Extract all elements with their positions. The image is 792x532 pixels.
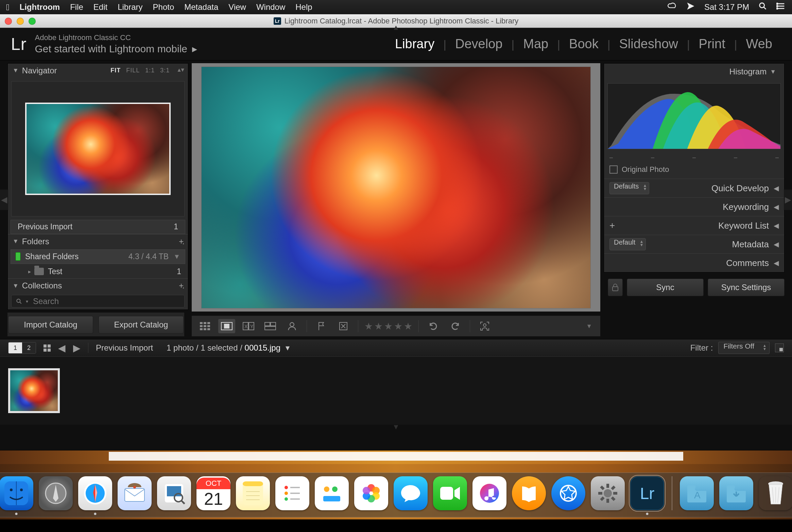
- grid-view-button[interactable]: [196, 319, 213, 333]
- keywording-chevron-icon[interactable]: ◀: [774, 203, 779, 211]
- sync-settings-button[interactable]: Sync Settings: [708, 279, 785, 296]
- keyword-list-header[interactable]: + Keyword List ◀: [604, 216, 784, 235]
- window-minimize-button[interactable]: [17, 18, 24, 25]
- histogram[interactable]: [607, 83, 781, 149]
- keyword-list-add-icon[interactable]: +: [609, 220, 615, 231]
- module-slideshow[interactable]: Slideshow: [610, 37, 687, 51]
- filmstrip-filter-lock-icon[interactable]: [775, 343, 784, 352]
- dock-applications-folder[interactable]: A: [680, 476, 714, 510]
- filmstrip[interactable]: [0, 356, 792, 425]
- dock-calendar[interactable]: OCT 21: [196, 476, 230, 510]
- quick-develop-chevron-icon[interactable]: ◀: [774, 184, 779, 192]
- sync-button[interactable]: Sync: [627, 279, 704, 296]
- window-zoom-button[interactable]: [29, 18, 36, 25]
- go-forward-button[interactable]: ▶: [73, 342, 81, 354]
- module-book[interactable]: Book: [560, 37, 607, 51]
- volume-row[interactable]: Shared Folders 4.3 / 4.4 TB ▼: [11, 249, 185, 264]
- dock-itunes[interactable]: [472, 476, 506, 510]
- export-catalog-button[interactable]: Export Catalog: [99, 316, 184, 334]
- quick-develop-preset-dropdown[interactable]: Defaults▲▼: [609, 182, 649, 194]
- original-photo-checkbox[interactable]: [609, 165, 618, 174]
- dock-appstore[interactable]: [551, 476, 585, 510]
- star-rating[interactable]: ★★★★★: [364, 321, 412, 332]
- import-catalog-button[interactable]: Import Catalog: [8, 316, 93, 334]
- module-web[interactable]: Web: [737, 37, 781, 51]
- dock-generic-app[interactable]: [315, 476, 349, 510]
- right-panel-collapse-icon[interactable]: ▶: [784, 190, 792, 210]
- zoom-stepper-icon[interactable]: ▲▼: [176, 67, 183, 74]
- zoom-fit[interactable]: FIT: [110, 67, 121, 74]
- menu-help[interactable]: Help: [295, 2, 312, 12]
- module-develop[interactable]: Develop: [446, 37, 511, 51]
- sync-lock-button[interactable]: [608, 279, 623, 296]
- comments-chevron-icon[interactable]: ◀: [774, 259, 779, 267]
- keyword-list-chevron-icon[interactable]: ◀: [774, 221, 779, 230]
- dock-lightroom[interactable]: Lr: [630, 476, 664, 510]
- loupe-view-button[interactable]: [218, 319, 235, 333]
- flag-reject-button[interactable]: [335, 319, 352, 333]
- dock-downloads-folder[interactable]: [719, 476, 753, 510]
- comments-header[interactable]: Comments ◀: [604, 253, 784, 272]
- filmstrip-thumbnail[interactable]: [8, 368, 60, 413]
- zoom-fill[interactable]: FILL: [126, 67, 140, 74]
- search-scope-dropdown-icon[interactable]: ▾: [26, 299, 28, 304]
- go-back-button[interactable]: ◀: [58, 342, 66, 354]
- menu-file[interactable]: File: [70, 2, 83, 12]
- navigator-header[interactable]: ▼ Navigator FIT FILL 1:1 3:1 ▲▼: [8, 64, 188, 78]
- collections-disclosure-icon[interactable]: ▼: [13, 282, 19, 289]
- filmstrip-source[interactable]: Previous Import: [96, 343, 153, 352]
- dock-notes[interactable]: [236, 476, 270, 510]
- mobile-cta-arrow-icon[interactable]: ▸: [192, 42, 197, 55]
- dock-system-preferences[interactable]: [591, 476, 625, 510]
- metadata-preset-dropdown[interactable]: Default▲▼: [609, 238, 646, 250]
- menu-window[interactable]: Window: [256, 2, 285, 12]
- secondary-display-toggle[interactable]: 1 2: [8, 342, 36, 354]
- module-library[interactable]: Library: [386, 37, 443, 51]
- folder-row[interactable]: ▸ Test 1: [8, 265, 188, 278]
- menu-view[interactable]: View: [228, 2, 246, 12]
- module-map[interactable]: Map: [514, 37, 557, 51]
- spotlight-icon[interactable]: [758, 1, 768, 13]
- mobile-cta-link[interactable]: Get started with Lightroom mobile: [35, 42, 187, 55]
- catalog-previous-import-row[interactable]: Previous Import 1: [11, 220, 185, 234]
- left-panel-collapse-icon[interactable]: ◀: [0, 190, 8, 210]
- menubar-clock[interactable]: Sat 3:17 PM: [704, 2, 749, 12]
- module-print[interactable]: Print: [690, 37, 734, 51]
- rotate-cw-button[interactable]: [447, 319, 464, 333]
- notification-center-icon[interactable]: [776, 1, 786, 13]
- dock-facetime[interactable]: [433, 476, 467, 510]
- dock-mail[interactable]: [118, 476, 152, 510]
- flag-pick-button[interactable]: [313, 319, 330, 333]
- navigator-preview[interactable]: [11, 81, 185, 216]
- survey-view-button[interactable]: [262, 319, 279, 333]
- secondary-display-button[interactable]: 2: [22, 342, 36, 353]
- volume-chevron-icon[interactable]: ▼: [173, 253, 180, 261]
- toolbar-options-dropdown[interactable]: ▼: [583, 323, 596, 330]
- metadata-header[interactable]: Default▲▼ Metadata ◀: [604, 235, 784, 253]
- metadata-chevron-icon[interactable]: ◀: [774, 240, 779, 248]
- keywording-header[interactable]: Keywording ◀: [604, 197, 784, 216]
- folders-add-icon[interactable]: +.: [179, 237, 183, 246]
- navigator-disclosure-icon[interactable]: ▼: [13, 67, 19, 74]
- rotate-ccw-button[interactable]: [425, 319, 442, 333]
- dock-finder[interactable]: [0, 476, 33, 510]
- menu-app-name[interactable]: Lightroom: [20, 2, 60, 12]
- primary-display-button[interactable]: 1: [8, 342, 22, 353]
- apple-menu[interactable]: : [6, 2, 10, 13]
- dock-safari[interactable]: [78, 476, 112, 510]
- folder-expand-icon[interactable]: ▸: [28, 268, 31, 275]
- bottom-panel-expand-icon[interactable]: ▼: [0, 425, 792, 429]
- dock-reminders[interactable]: [275, 476, 309, 510]
- histogram-disclosure-icon[interactable]: ▼: [770, 68, 776, 75]
- dock-preview[interactable]: [157, 476, 191, 510]
- face-region-button[interactable]: [476, 319, 493, 333]
- filmstrip-filter-dropdown[interactable]: Filters Off▲▼: [718, 342, 770, 354]
- dock-trash[interactable]: [759, 476, 792, 510]
- collections-header[interactable]: ▼ Collections +.: [8, 278, 188, 293]
- quick-develop-header[interactable]: Defaults▲▼ Quick Develop ◀: [604, 179, 784, 197]
- dock-messages[interactable]: [394, 476, 428, 510]
- filmstrip-source-dropdown-icon[interactable]: ▾: [286, 343, 290, 352]
- dock-photos[interactable]: [354, 476, 388, 510]
- folders-disclosure-icon[interactable]: ▼: [13, 238, 19, 245]
- compare-view-button[interactable]: XY: [240, 319, 257, 333]
